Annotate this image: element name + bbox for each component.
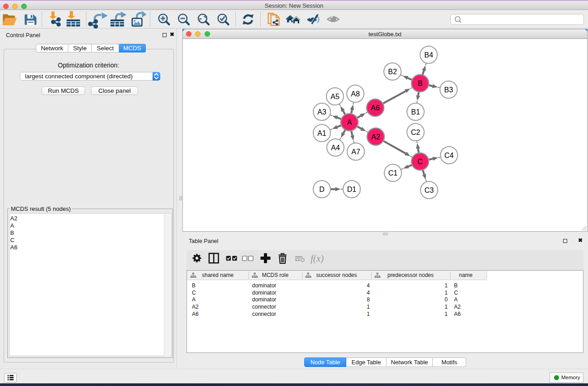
svg-text:A5: A5 [330, 93, 339, 100]
svg-text:C1: C1 [388, 169, 398, 177]
svg-text:D: D [319, 186, 325, 193]
svg-text:f(x): f(x) [311, 253, 324, 264]
svg-text:B4: B4 [424, 51, 433, 59]
svg-text:A6: A6 [371, 104, 380, 112]
svg-text:D1: D1 [347, 186, 357, 193]
svg-text:C4: C4 [445, 152, 454, 159]
svg-text:A4: A4 [331, 144, 340, 152]
svg-text:B: B [418, 80, 423, 87]
svg-text:C: C [417, 158, 423, 166]
svg-text:C2: C2 [411, 129, 421, 136]
svg-text:B2: B2 [388, 68, 397, 76]
svg-text:A1: A1 [317, 129, 326, 137]
svg-text:B1: B1 [411, 108, 420, 116]
svg-text:B3: B3 [444, 86, 453, 94]
svg-text:C3: C3 [425, 186, 434, 194]
svg-text:A2: A2 [371, 133, 380, 141]
svg-text:A7: A7 [351, 148, 360, 156]
svg-text:A: A [347, 119, 352, 126]
svg-text:A8: A8 [351, 90, 360, 98]
svg-text:A3: A3 [317, 108, 326, 116]
